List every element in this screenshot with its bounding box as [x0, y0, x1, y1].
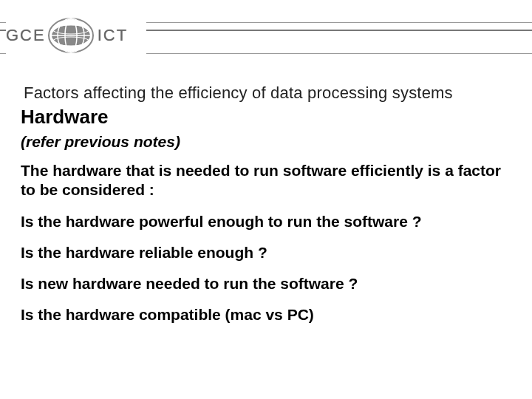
globe-icon: [47, 12, 95, 59]
question-1: Is the hardware powerful enough to run t…: [21, 212, 511, 231]
logo: GCE ICT: [6, 6, 146, 65]
intro-text: The hardware that is needed to run softw…: [21, 161, 511, 200]
slide-header: GCE ICT: [0, 0, 532, 70]
logo-text-left: GCE: [6, 26, 46, 45]
question-2: Is the hardware reliable enough ?: [21, 243, 511, 262]
section-heading: Hardware: [21, 106, 511, 129]
refer-note: (refer previous notes): [21, 133, 511, 151]
slide-title: Factors affecting the efficiency of data…: [24, 83, 511, 103]
question-3: Is new hardware needed to run the softwa…: [21, 274, 511, 293]
slide-content: Factors affecting the efficiency of data…: [0, 70, 532, 325]
logo-text-right: ICT: [98, 26, 128, 45]
question-4: Is the hardware compatible (mac vs PC): [21, 305, 511, 324]
